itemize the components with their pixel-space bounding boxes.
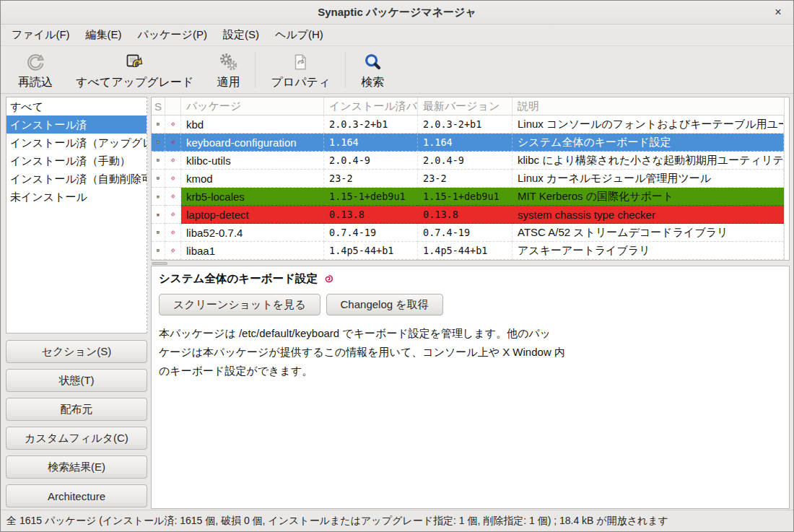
- latest-version: 1.4p5-44+b1: [418, 242, 512, 260]
- menu-file[interactable]: ファイル(F): [4, 25, 78, 45]
- table-row[interactable]: kmod 23-2 23-2 Linux カーネルモジュール管理用ツール: [152, 170, 784, 188]
- column-header-supported[interactable]: [165, 97, 181, 115]
- package-name: laptop-detect: [181, 206, 324, 224]
- package-description: system chassis type checker: [512, 206, 784, 224]
- debian-swirl-icon: [165, 170, 181, 188]
- package-name: libaa1: [181, 242, 324, 260]
- splitter-grip-icon: [152, 262, 167, 265]
- package-details-pane: システム全体のキーボード設定 スクリーンショットを見る Changelog を取…: [151, 266, 790, 509]
- table-row-selected[interactable]: keyboard-configuration 1.164 1.164 システム全…: [152, 134, 784, 152]
- search-button[interactable]: 検索: [349, 48, 396, 92]
- debian-swirl-icon: [323, 274, 334, 284]
- properties-label: プロパティ: [271, 75, 330, 90]
- window-title: Synaptic パッケージマネージャ: [318, 6, 476, 19]
- menu-edit[interactable]: 編集(E): [78, 25, 130, 45]
- synaptic-window: Synaptic パッケージマネージャ × ファイル(F) 編集(E) パッケー…: [0, 0, 794, 532]
- debian-swirl-icon: [165, 242, 181, 260]
- status-text: 全 1615 パッケージ (インストール済: 1615 個, 破損 0 個, イ…: [6, 515, 668, 528]
- status-installed-icon: [152, 224, 165, 242]
- origin-button[interactable]: 配布元: [6, 398, 147, 421]
- table-row[interactable]: libaa1 1.4p5-44+b1 1.4p5-44+b1 アスキーアートライ…: [152, 242, 784, 260]
- menu-help[interactable]: ヘルプ(H): [267, 25, 331, 45]
- close-icon[interactable]: ×: [772, 6, 785, 19]
- latest-version: 23-2: [418, 170, 512, 188]
- table-row[interactable]: liba52-0.7.4 0.7.4-19 0.7.4-19 ATSC A/52…: [152, 224, 784, 242]
- upgrade-all-button[interactable]: すべてアップグレード: [64, 48, 205, 92]
- details-description: 本パッケージは /etc/default/keyboard でキーボード設定を管…: [159, 324, 782, 380]
- filter-item-not-installed[interactable]: 未インストール: [6, 188, 147, 206]
- search-magnifier-icon: [363, 51, 383, 74]
- package-description: アスキーアートライブラリ: [512, 242, 784, 260]
- table-scrollbar[interactable]: [784, 97, 789, 260]
- table-row[interactable]: klibc-utils 2.0.4-9 2.0.4-9 klibc により構築さ…: [152, 152, 784, 170]
- properties-button[interactable]: プロパティ: [259, 48, 341, 92]
- package-description: klibc により構築された小さな起動初期用ユーティリティ: [512, 152, 784, 170]
- search-results-button[interactable]: 検索結果(E): [6, 455, 147, 479]
- debian-swirl-icon: [165, 224, 181, 242]
- column-header-installed-version[interactable]: インストール済バージョン: [324, 97, 418, 115]
- debian-swirl-icon: [165, 134, 181, 152]
- filter-item-installed-manual[interactable]: インストール済（手動）: [6, 152, 147, 170]
- upgrade-all-label: すべてアップグレード: [76, 75, 193, 90]
- debian-swirl-icon: [165, 152, 181, 170]
- filter-item-installed-upgradable[interactable]: インストール済（アップグレード可）: [6, 134, 147, 152]
- column-header-status[interactable]: S: [152, 97, 165, 115]
- get-changelog-button[interactable]: Changelog を取得: [326, 294, 443, 315]
- menubar: ファイル(F) 編集(E) パッケージ(P) 設定(S) ヘルプ(H): [1, 25, 793, 46]
- filter-buttons: セクション(S) 状態(T) 配布元 カスタムフィルタ(C) 検索結果(E) A…: [6, 340, 147, 507]
- details-title-text: システム全体のキーボード設定: [159, 271, 318, 287]
- pane-splitter[interactable]: [151, 261, 790, 266]
- filter-item-installed-autoremovable[interactable]: インストール済（自動削除可能）: [6, 170, 147, 188]
- package-name: keyboard-configuration: [181, 134, 324, 152]
- status-button[interactable]: 状態(T): [6, 369, 147, 392]
- table-row-marked-upgrade[interactable]: krb5-locales 1.15-1+deb9u1 1.15-1+deb9u1…: [152, 188, 784, 206]
- table-row-marked-removal[interactable]: laptop-detect 0.13.8 0.13.8 system chass…: [152, 206, 784, 224]
- debian-swirl-icon: [165, 188, 181, 206]
- package-description: システム全体のキーボード設定: [512, 134, 784, 152]
- search-label: 検索: [361, 75, 384, 90]
- reload-label: 再読込: [18, 75, 53, 90]
- apply-button[interactable]: 適用: [205, 48, 251, 92]
- installed-version: 2.0.3-2+b1: [324, 115, 418, 134]
- package-name: liba52-0.7.4: [181, 224, 324, 242]
- details-buttons: スクリーンショットを見る Changelog を取得: [159, 294, 782, 315]
- package-name: kmod: [181, 170, 324, 188]
- column-header-latest-version[interactable]: 最新バージョン: [418, 97, 512, 115]
- toolbar-separator: [345, 52, 346, 88]
- package-table: S パッケージ インストール済バージョン 最新バージョン 説明 kbd 2.0.…: [151, 97, 790, 261]
- column-header-package[interactable]: パッケージ: [181, 97, 324, 115]
- package-name: krb5-locales: [181, 188, 324, 206]
- status-marked-removal-icon: [152, 206, 165, 224]
- latest-version: 2.0.4-9: [418, 152, 512, 170]
- installed-version: 23-2: [324, 170, 418, 188]
- details-title: システム全体のキーボード設定: [159, 271, 782, 287]
- titlebar: Synaptic パッケージマネージャ ×: [1, 1, 793, 25]
- package-name: klibc-utils: [181, 152, 324, 170]
- architecture-button[interactable]: Architecture: [6, 484, 147, 507]
- view-screenshot-button[interactable]: スクリーンショットを見る: [159, 294, 320, 315]
- sections-button[interactable]: セクション(S): [6, 340, 147, 363]
- status-installed-icon: [152, 152, 165, 170]
- latest-version: 0.7.4-19: [418, 224, 512, 242]
- menu-settings[interactable]: 設定(S): [215, 25, 267, 45]
- main-pane: S パッケージ インストール済バージョン 最新バージョン 説明 kbd 2.0.…: [151, 97, 790, 509]
- custom-filters-button[interactable]: カスタムフィルタ(C): [6, 427, 147, 450]
- filter-item-installed[interactable]: インストール済: [6, 115, 147, 134]
- column-header-description[interactable]: 説明: [512, 97, 784, 115]
- upgrade-all-icon: [125, 51, 145, 74]
- reload-icon: [26, 51, 45, 74]
- status-installed-icon: [152, 170, 165, 188]
- toolbar: 再読込 すべてアップグレード 適用: [1, 46, 793, 94]
- status-installed-icon: [152, 134, 165, 152]
- filter-item-all[interactable]: すべて: [6, 97, 147, 115]
- latest-version: 2.0.3-2+b1: [418, 115, 512, 134]
- installed-version: 1.4p5-44+b1: [324, 242, 418, 260]
- table-row[interactable]: kbd 2.0.3-2+b1 2.0.3-2+b1 Linux コンソールのフォ…: [152, 115, 784, 134]
- reload-button[interactable]: 再読込: [6, 48, 64, 92]
- menu-package[interactable]: パッケージ(P): [130, 25, 215, 45]
- filter-list: すべて インストール済 インストール済（アップグレード可） インストール済（手動…: [6, 97, 147, 333]
- properties-document-icon: [291, 51, 310, 74]
- latest-version: 1.15-1+deb9u1: [418, 188, 512, 206]
- table-header: S パッケージ インストール済バージョン 最新バージョン 説明: [152, 97, 784, 115]
- installed-version: 2.0.4-9: [324, 152, 418, 170]
